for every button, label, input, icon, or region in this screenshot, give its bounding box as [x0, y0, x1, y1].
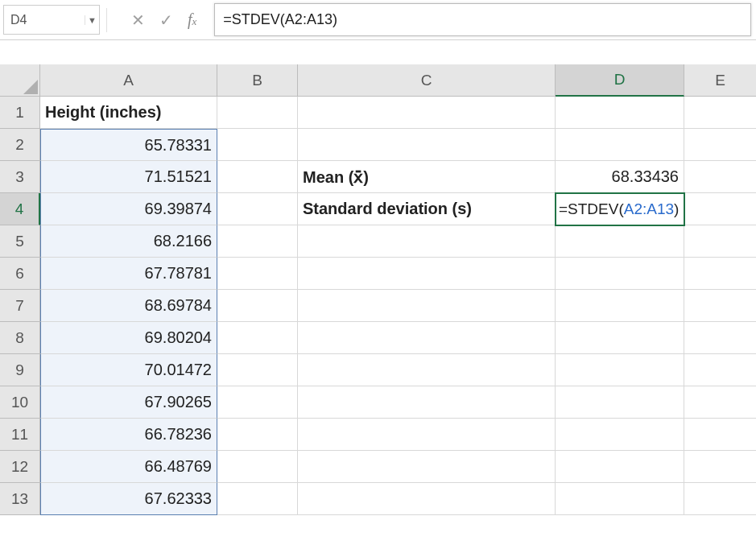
cell-D4-prefix: =STDEV(	[559, 200, 624, 218]
cell-B5[interactable]	[217, 225, 298, 258]
cell-C3[interactable]: Mean (x̄)	[298, 161, 556, 193]
formula-input-text: =STDEV(A2:A13)	[223, 11, 337, 28]
cell-E12[interactable]	[684, 451, 756, 483]
cell-E5[interactable]	[684, 225, 756, 258]
cell-B11[interactable]	[217, 419, 298, 451]
row-header-1[interactable]: 1	[0, 97, 40, 129]
cell-B7[interactable]	[217, 290, 298, 322]
cell-A5[interactable]: 68.2166	[40, 225, 217, 258]
cell-C2[interactable]	[298, 129, 556, 161]
cell-C7[interactable]	[298, 290, 556, 322]
cell-B8[interactable]	[217, 322, 298, 354]
cell-E8[interactable]	[684, 322, 756, 354]
spreadsheet-grid[interactable]: A B C D E 1 Height (inches) 2 65.78331 3…	[0, 64, 756, 515]
cell-D13[interactable]	[556, 483, 684, 515]
cell-D9[interactable]	[556, 354, 684, 386]
col-header-A[interactable]: A	[40, 64, 217, 97]
cell-D5[interactable]	[556, 225, 684, 258]
name-box[interactable]: D4 ▼	[3, 5, 100, 35]
row-header-11[interactable]: 11	[0, 419, 40, 451]
row-header-9[interactable]: 9	[0, 354, 40, 386]
col-header-C[interactable]: C	[298, 64, 556, 97]
cell-A2[interactable]: 65.78331	[40, 129, 217, 161]
cell-D11[interactable]	[556, 419, 684, 451]
cell-D8[interactable]	[556, 322, 684, 354]
row-header-13[interactable]: 13	[0, 483, 40, 515]
cell-A11[interactable]: 66.78236	[40, 419, 217, 451]
cell-A3[interactable]: 71.51521	[40, 161, 217, 193]
cell-D3[interactable]: 68.33436	[556, 161, 684, 193]
separator	[106, 8, 107, 32]
cell-B13[interactable]	[217, 483, 298, 515]
cell-E4[interactable]	[684, 193, 756, 225]
row-header-6[interactable]: 6	[0, 258, 40, 290]
spacer	[0, 40, 756, 64]
cell-B12[interactable]	[217, 451, 298, 483]
cell-E6[interactable]	[684, 258, 756, 290]
cell-E1[interactable]	[684, 97, 756, 129]
fx-icon[interactable]: fx	[188, 10, 196, 29]
cell-B4[interactable]	[217, 193, 298, 225]
row-header-12[interactable]: 12	[0, 451, 40, 483]
cell-C11[interactable]	[298, 419, 556, 451]
cell-B6[interactable]	[217, 258, 298, 290]
row-header-2[interactable]: 2	[0, 129, 40, 161]
cell-A13[interactable]: 67.62333	[40, 483, 217, 515]
cell-A6[interactable]: 67.78781	[40, 258, 217, 290]
col-header-E[interactable]: E	[684, 64, 756, 97]
cell-D6[interactable]	[556, 258, 684, 290]
col-header-B[interactable]: B	[217, 64, 298, 97]
cell-C8[interactable]	[298, 322, 556, 354]
row-header-8[interactable]: 8	[0, 322, 40, 354]
cell-C13[interactable]	[298, 483, 556, 515]
cancel-icon[interactable]: ✕	[131, 10, 145, 30]
row-header-3[interactable]: 3	[0, 161, 40, 193]
cell-E7[interactable]	[684, 290, 756, 322]
cell-C6[interactable]	[298, 258, 556, 290]
cell-E2[interactable]	[684, 129, 756, 161]
cell-E11[interactable]	[684, 419, 756, 451]
cell-C1[interactable]	[298, 97, 556, 129]
cell-B3[interactable]	[217, 161, 298, 193]
cell-B10[interactable]	[217, 386, 298, 419]
cell-C5[interactable]	[298, 225, 556, 258]
cell-D1[interactable]	[556, 97, 684, 129]
cell-D4[interactable]: =STDEV(A2:A13)	[556, 193, 684, 225]
row-header-5[interactable]: 5	[0, 225, 40, 258]
cell-D7[interactable]	[556, 290, 684, 322]
row-header-7[interactable]: 7	[0, 290, 40, 322]
cell-E3[interactable]	[684, 161, 756, 193]
cell-A7[interactable]: 68.69784	[40, 290, 217, 322]
cell-B1[interactable]	[217, 97, 298, 129]
cell-E13[interactable]	[684, 483, 756, 515]
cell-A12[interactable]: 66.48769	[40, 451, 217, 483]
cell-E9[interactable]	[684, 354, 756, 386]
formula-bar-buttons: ✕ ✓ fx	[114, 0, 214, 39]
cell-C12[interactable]	[298, 451, 556, 483]
confirm-icon[interactable]: ✓	[159, 10, 173, 30]
cell-D10[interactable]	[556, 386, 684, 419]
name-box-dropdown-icon[interactable]: ▼	[85, 15, 99, 25]
cell-A10[interactable]: 67.90265	[40, 386, 217, 419]
formula-input[interactable]: =STDEV(A2:A13)	[214, 3, 751, 36]
cell-A1[interactable]: Height (inches)	[40, 97, 217, 129]
cell-C9[interactable]	[298, 354, 556, 386]
cell-A4[interactable]: 69.39874	[40, 193, 217, 225]
cell-A8[interactable]: 69.80204	[40, 322, 217, 354]
cell-D4-ref: A2:A13	[624, 200, 674, 218]
cell-D12[interactable]	[556, 451, 684, 483]
select-all-corner[interactable]	[0, 64, 40, 97]
cell-C4[interactable]: Standard deviation (s)	[298, 193, 556, 225]
cell-B9[interactable]	[217, 354, 298, 386]
cell-D2[interactable]	[556, 129, 684, 161]
cell-E10[interactable]	[684, 386, 756, 419]
cell-B2[interactable]	[217, 129, 298, 161]
row-header-10[interactable]: 10	[0, 386, 40, 419]
formula-bar: D4 ▼ ✕ ✓ fx =STDEV(A2:A13)	[0, 0, 756, 40]
cell-A9[interactable]: 70.01472	[40, 354, 217, 386]
name-box-value: D4	[4, 13, 85, 27]
row-header-4[interactable]: 4	[0, 193, 40, 225]
cell-C10[interactable]	[298, 386, 556, 419]
cell-D4-suffix: )	[674, 200, 679, 218]
col-header-D[interactable]: D	[556, 64, 684, 97]
